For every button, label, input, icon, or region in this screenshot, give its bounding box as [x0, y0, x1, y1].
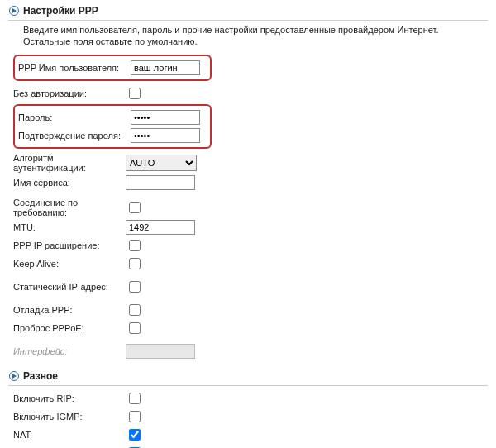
section-header-misc: Разное	[8, 369, 488, 386]
row-service-name: Имя сервиса:	[13, 174, 488, 192]
row-password-confirm: Подтверждение пароля:	[18, 126, 207, 145]
label-on-demand: Соединение по требованию:	[13, 198, 126, 217]
row-interface: Интерфейс:	[13, 342, 488, 360]
input-password[interactable]	[131, 110, 200, 125]
input-service-name[interactable]	[126, 175, 195, 190]
label-noauth: Без авторизации:	[13, 88, 126, 98]
label-mtu: MTU:	[13, 222, 126, 232]
label-interface: Интерфейс:	[13, 346, 126, 356]
row-static-ip: Статический IP-адрес:	[13, 278, 488, 296]
row-noauth: Без авторизации:	[13, 84, 488, 102]
row-ip-ext: PPP IP расширение:	[13, 236, 488, 255]
label-igmp: Включить IGMP:	[13, 412, 126, 422]
highlight-username-block: PPP Имя пользователя:	[13, 55, 212, 81]
highlight-password-block: Пароль: Подтверждение пароля:	[13, 104, 212, 149]
label-ip-ext: PPP IP расширение:	[13, 241, 126, 250]
input-password-confirm[interactable]	[131, 128, 200, 143]
label-debug-ppp: Отладка PPP:	[13, 305, 126, 315]
arrow-right-icon	[8, 5, 20, 17]
label-pppoe-relay: Проброс PPPoE:	[13, 323, 126, 333]
input-mtu[interactable]	[126, 220, 195, 235]
checkbox-nat[interactable]	[129, 429, 141, 441]
section-title-ppp: Настройки PPP	[23, 5, 98, 17]
checkbox-keep-alive[interactable]	[129, 258, 141, 269]
label-keep-alive: Keep Alive:	[13, 259, 126, 269]
label-auth-algo: Алгоритм аутентификации:	[13, 153, 126, 173]
row-on-demand: Соединение по требованию:	[13, 197, 488, 218]
label-username: PPP Имя пользователя:	[18, 63, 131, 73]
label-password-confirm: Подтверждение пароля:	[18, 131, 131, 141]
checkbox-noauth[interactable]	[129, 88, 141, 99]
label-nat: NAT:	[13, 430, 126, 440]
section-header-ppp: Настройки PPP	[8, 3, 488, 21]
select-auth-algo[interactable]: AUTO	[126, 155, 197, 171]
misc-form: Включить RIP: Включить IGMP: NAT: Сетево…	[13, 389, 488, 448]
row-rip: Включить RIP:	[13, 389, 488, 407]
label-password: Пароль:	[18, 112, 131, 122]
row-username: PPP Имя пользователя:	[18, 59, 207, 77]
label-rip: Включить RIP:	[13, 393, 126, 403]
row-nat: NAT:	[13, 426, 488, 444]
section-title-misc: Разное	[23, 370, 58, 382]
label-service-name: Имя сервиса:	[13, 178, 126, 188]
checkbox-rip[interactable]	[129, 393, 141, 404]
checkbox-debug-ppp[interactable]	[129, 304, 141, 316]
ppp-form: PPP Имя пользователя: Без авторизации: П…	[13, 53, 488, 360]
row-debug-ppp: Отладка PPP:	[13, 301, 488, 319]
ppp-settings-page: Настройки PPP Введите имя пользователя, …	[0, 0, 496, 448]
checkbox-ip-ext[interactable]	[129, 240, 141, 251]
row-igmp: Включить IGMP:	[13, 407, 488, 426]
row-firewall: Сетевой экран:	[13, 444, 488, 448]
arrow-right-icon	[8, 370, 20, 382]
section-intro: Введите имя пользователя, пароль и прочи…	[23, 24, 488, 48]
row-auth-algo: Алгоритм аутентификации: AUTO	[13, 152, 488, 174]
checkbox-on-demand[interactable]	[129, 202, 141, 213]
checkbox-igmp[interactable]	[129, 411, 141, 422]
checkbox-pppoe-relay[interactable]	[129, 322, 141, 334]
readonly-interface	[126, 344, 195, 359]
label-static-ip: Статический IP-адрес:	[13, 282, 126, 292]
checkbox-static-ip[interactable]	[129, 281, 141, 293]
row-password: Пароль:	[18, 108, 207, 126]
row-keep-alive: Keep Alive:	[13, 255, 488, 273]
row-mtu: MTU:	[13, 218, 488, 236]
input-username[interactable]	[131, 60, 200, 75]
row-pppoe-relay: Проброс PPPoE:	[13, 319, 488, 337]
